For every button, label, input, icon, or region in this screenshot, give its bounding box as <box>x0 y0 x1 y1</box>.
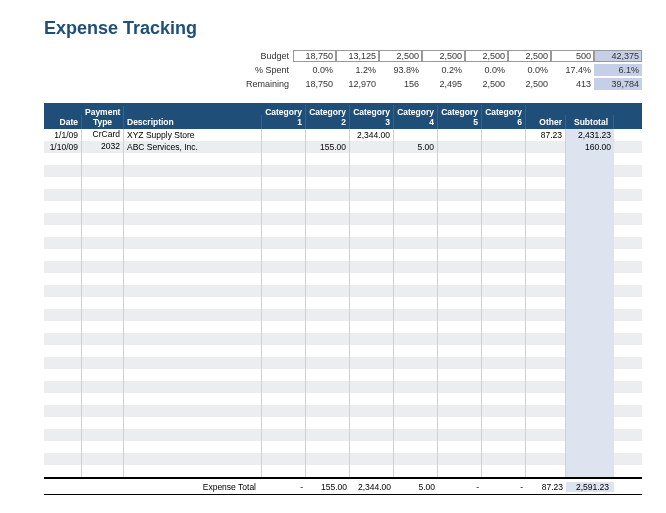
cell-c4[interactable] <box>394 261 438 273</box>
cell-desc[interactable] <box>124 405 262 417</box>
cell-c5[interactable] <box>438 237 482 249</box>
cell-date[interactable] <box>44 225 82 237</box>
table-row[interactable] <box>44 357 642 369</box>
cell-ptype[interactable] <box>82 309 124 321</box>
table-row[interactable] <box>44 333 642 345</box>
cell-desc[interactable] <box>124 153 262 165</box>
cell-c4[interactable] <box>394 465 438 477</box>
cell-desc[interactable] <box>124 417 262 429</box>
cell-c3[interactable] <box>350 201 394 213</box>
cell-date[interactable] <box>44 153 82 165</box>
cell-c6[interactable] <box>482 417 526 429</box>
cell-date[interactable] <box>44 453 82 465</box>
cell-c4[interactable] <box>394 213 438 225</box>
cell-date[interactable] <box>44 273 82 285</box>
cell-c3[interactable] <box>350 165 394 177</box>
cell-date[interactable] <box>44 213 82 225</box>
cell-other[interactable] <box>526 345 566 357</box>
cell-ptype[interactable] <box>82 381 124 393</box>
cell-desc[interactable] <box>124 261 262 273</box>
cell-c1[interactable] <box>262 381 306 393</box>
table-row[interactable] <box>44 225 642 237</box>
cell-c6[interactable] <box>482 249 526 261</box>
cell-ptype[interactable] <box>82 189 124 201</box>
cell-c4[interactable] <box>394 417 438 429</box>
cell-c3[interactable] <box>350 237 394 249</box>
cell-c6[interactable] <box>482 405 526 417</box>
cell-c2[interactable] <box>306 225 350 237</box>
cell-c2[interactable] <box>306 369 350 381</box>
cell-c6[interactable] <box>482 453 526 465</box>
cell-c5[interactable] <box>438 357 482 369</box>
cell-c5[interactable] <box>438 129 482 141</box>
cell-sub[interactable] <box>566 189 614 201</box>
cell-c4[interactable] <box>394 393 438 405</box>
cell-c6[interactable] <box>482 177 526 189</box>
table-row[interactable] <box>44 381 642 393</box>
table-row[interactable] <box>44 273 642 285</box>
cell-other[interactable] <box>526 225 566 237</box>
cell-c3[interactable] <box>350 417 394 429</box>
cell-c1[interactable] <box>262 297 306 309</box>
cell-c1[interactable] <box>262 357 306 369</box>
cell-c4[interactable] <box>394 165 438 177</box>
cell-desc[interactable] <box>124 177 262 189</box>
cell-ptype[interactable] <box>82 165 124 177</box>
table-row[interactable] <box>44 405 642 417</box>
cell-c2[interactable] <box>306 177 350 189</box>
cell-desc[interactable] <box>124 165 262 177</box>
cell-ptype[interactable] <box>82 333 124 345</box>
budget-cat1[interactable]: 18,750 <box>293 50 336 62</box>
cell-c3[interactable] <box>350 225 394 237</box>
cell-c5[interactable] <box>438 273 482 285</box>
cell-sub[interactable] <box>566 381 614 393</box>
table-row[interactable] <box>44 177 642 189</box>
cell-c6[interactable] <box>482 237 526 249</box>
cell-other[interactable] <box>526 393 566 405</box>
cell-c2[interactable] <box>306 129 350 141</box>
cell-c1[interactable] <box>262 345 306 357</box>
cell-c3[interactable] <box>350 285 394 297</box>
cell-c4[interactable]: 5.00 <box>394 141 438 153</box>
cell-other[interactable] <box>526 141 566 153</box>
cell-c4[interactable] <box>394 225 438 237</box>
cell-c1[interactable] <box>262 261 306 273</box>
cell-date[interactable] <box>44 381 82 393</box>
cell-c4[interactable] <box>394 129 438 141</box>
cell-c5[interactable] <box>438 309 482 321</box>
cell-ptype[interactable] <box>82 177 124 189</box>
cell-sub[interactable]: 2,431.23 <box>566 129 614 141</box>
table-row[interactable]: 1/10/092032ABC Services, Inc.155.005.001… <box>44 141 642 153</box>
cell-c1[interactable] <box>262 213 306 225</box>
cell-c1[interactable] <box>262 429 306 441</box>
cell-date[interactable] <box>44 345 82 357</box>
cell-other[interactable] <box>526 441 566 453</box>
cell-c3[interactable]: 2,344.00 <box>350 129 394 141</box>
cell-other[interactable] <box>526 309 566 321</box>
cell-c1[interactable] <box>262 333 306 345</box>
cell-date[interactable] <box>44 369 82 381</box>
cell-other[interactable] <box>526 357 566 369</box>
cell-c6[interactable] <box>482 165 526 177</box>
cell-ptype[interactable] <box>82 369 124 381</box>
cell-desc[interactable] <box>124 357 262 369</box>
cell-sub[interactable] <box>566 237 614 249</box>
cell-c2[interactable] <box>306 285 350 297</box>
cell-ptype[interactable] <box>82 453 124 465</box>
cell-other[interactable] <box>526 453 566 465</box>
cell-c4[interactable] <box>394 357 438 369</box>
cell-c1[interactable] <box>262 129 306 141</box>
cell-other[interactable] <box>526 273 566 285</box>
cell-c3[interactable] <box>350 453 394 465</box>
cell-other[interactable] <box>526 321 566 333</box>
cell-date[interactable] <box>44 297 82 309</box>
cell-other[interactable] <box>526 189 566 201</box>
cell-c4[interactable] <box>394 453 438 465</box>
cell-c3[interactable] <box>350 177 394 189</box>
table-row[interactable] <box>44 297 642 309</box>
cell-sub[interactable] <box>566 357 614 369</box>
cell-other[interactable] <box>526 261 566 273</box>
cell-c5[interactable] <box>438 321 482 333</box>
cell-date[interactable]: 1/1/09 <box>44 129 82 141</box>
cell-c2[interactable] <box>306 249 350 261</box>
